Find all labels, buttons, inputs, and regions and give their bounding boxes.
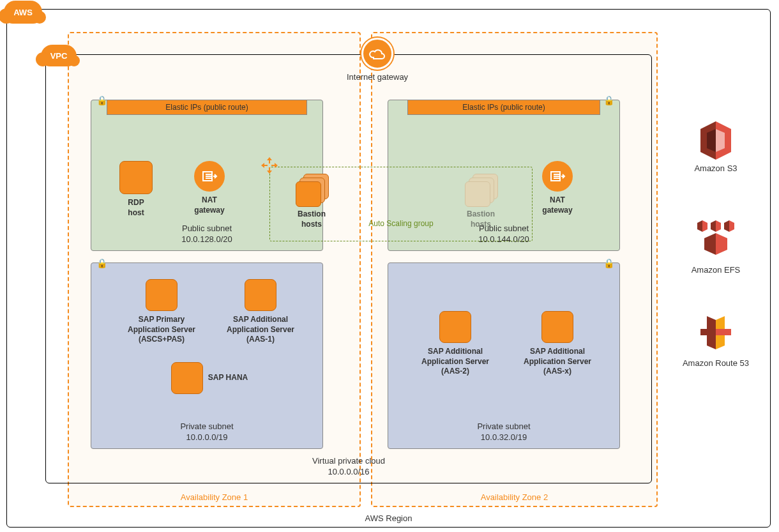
lock-icon: 🔒 bbox=[603, 258, 614, 268]
amazon-s3: Amazon S3 bbox=[671, 121, 760, 173]
private-subnet-2-footer: Private subnet10.0.32.0/19 bbox=[388, 422, 619, 443]
instances-stack-icon bbox=[465, 174, 497, 206]
instance-icon bbox=[119, 161, 153, 194]
vpc-badge: VPC bbox=[41, 45, 77, 66]
lock-icon: 🔒 bbox=[96, 95, 107, 105]
aws-cloud-badge: AWS bbox=[4, 1, 42, 24]
az2-label: Availability Zone 2 bbox=[372, 492, 656, 502]
internet-gateway-label: Internet gateway bbox=[347, 72, 408, 82]
instance-icon bbox=[171, 362, 203, 394]
sap-aas-2-label: SAP AdditionalApplication Server(AAS-2) bbox=[411, 347, 500, 377]
nat-icon bbox=[542, 161, 573, 192]
rdp-host: RDPhost bbox=[101, 161, 171, 218]
amazon-efs: Amazon EFS bbox=[671, 220, 760, 275]
auto-scaling-group: Bastionhosts Bastionhosts Auto Scaling g… bbox=[269, 167, 533, 241]
rdp-host-label: RDPhost bbox=[101, 198, 171, 218]
sap-aas-1-label: SAP AdditionalApplication Server(AAS-1) bbox=[216, 315, 305, 345]
sap-hana: SAP HANA bbox=[165, 362, 254, 394]
vpc-box: VPC 🔒 Elastic IPs (public route) RDPhost… bbox=[45, 54, 652, 483]
scale-arrows-icon bbox=[261, 157, 278, 174]
sap-hana-label: SAP HANA bbox=[208, 373, 248, 382]
aws-region-label: AWS Region bbox=[7, 513, 770, 523]
route53-icon bbox=[700, 316, 731, 354]
lock-icon: 🔒 bbox=[96, 258, 107, 268]
sap-aas-x: SAP AdditionalApplication Server(AAS-x) bbox=[513, 311, 602, 377]
nat-gateway-1-label: NATgateway bbox=[174, 195, 245, 215]
cloud-icon bbox=[361, 38, 393, 70]
auto-scaling-group-label: Auto Scaling group bbox=[270, 219, 532, 228]
instance-icon bbox=[245, 279, 276, 311]
amazon-route-53-label: Amazon Route 53 bbox=[671, 358, 760, 368]
efs-icon bbox=[693, 220, 738, 261]
nat-icon bbox=[194, 161, 225, 192]
nat-gateway-2-label: NATgateway bbox=[522, 195, 593, 215]
amazon-route-53: Amazon Route 53 bbox=[671, 316, 760, 368]
internet-gateway: Internet gateway bbox=[347, 38, 408, 82]
s3-icon bbox=[698, 121, 734, 160]
private-subnet-1: 🔒 SAP PrimaryApplication Server(ASCS+PAS… bbox=[91, 262, 323, 449]
instance-icon bbox=[541, 311, 573, 343]
instance-icon bbox=[439, 311, 471, 343]
private-subnet-1-footer: Private subnet10.0.0.0/19 bbox=[91, 422, 322, 443]
amazon-s3-label: Amazon S3 bbox=[671, 163, 760, 173]
az1-label: Availability Zone 1 bbox=[69, 492, 359, 502]
vpc-footer: Virtual private cloud10.0.0.0/16 bbox=[46, 456, 651, 478]
svg-rect-3 bbox=[700, 329, 716, 335]
sap-aas-x-label: SAP AdditionalApplication Server(AAS-x) bbox=[513, 347, 602, 377]
subnet-header: Elastic IPs (public route) bbox=[107, 100, 307, 115]
sap-aas-1: SAP AdditionalApplication Server(AAS-1) bbox=[216, 279, 305, 345]
amazon-efs-label: Amazon EFS bbox=[671, 265, 760, 275]
nat-gateway-1: NATgateway bbox=[174, 161, 245, 215]
subnet-header: Elastic IPs (public route) bbox=[407, 100, 600, 115]
instance-icon bbox=[146, 279, 178, 311]
lock-icon: 🔒 bbox=[603, 95, 614, 105]
nat-gateway-2: NATgateway bbox=[522, 161, 593, 215]
instances-stack-icon bbox=[296, 174, 328, 206]
private-subnet-2: 🔒 SAP AdditionalApplication Server(AAS-2… bbox=[388, 262, 620, 449]
aws-region-box: AWS Availability Zone 1 Availability Zon… bbox=[6, 9, 771, 528]
sap-pas-label: SAP PrimaryApplication Server(ASCS+PAS) bbox=[117, 315, 206, 345]
sap-pas: SAP PrimaryApplication Server(ASCS+PAS) bbox=[117, 279, 206, 345]
sap-aas-2: SAP AdditionalApplication Server(AAS-2) bbox=[411, 311, 500, 377]
